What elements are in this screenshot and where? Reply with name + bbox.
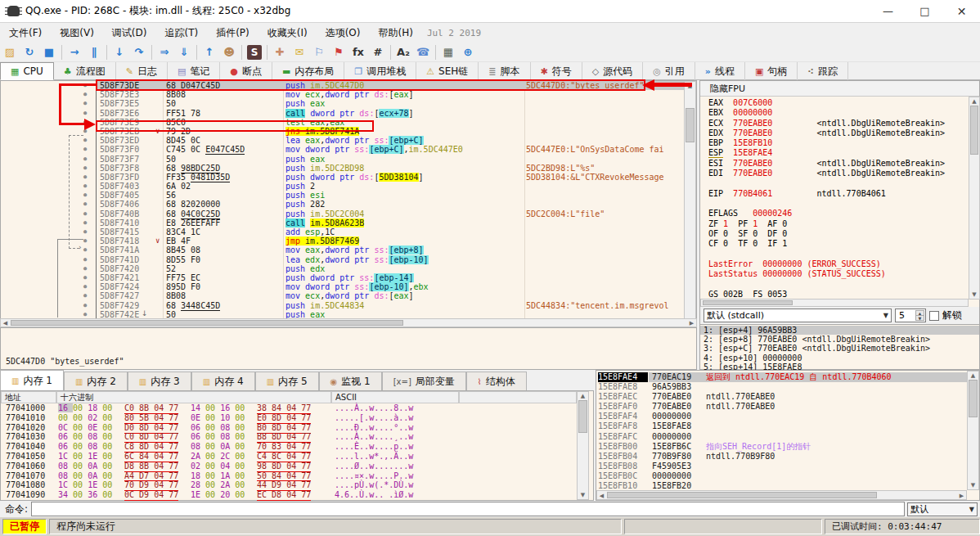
disasm-row[interactable]: ●5D8F73E985C0test eax,eax [1,118,685,127]
tab-CPU[interactable]: ▦CPU [0,62,54,80]
dump-row[interactable]: 7704109034 00 36 000C D9 04 771E 00 20 0… [1,490,577,500]
register-line[interactable]: EAX 007C6000 [708,98,969,108]
dump-row[interactable]: 7704106008 00 0A 00D8 8B 04 7702 00 04 0… [1,462,577,471]
disasm-row[interactable]: ●5D8F73DE68 D047C45Dpush im.5DC447D05DC4… [1,81,685,90]
register-line[interactable]: ECX 770EABE0 <ntdll.DbgUiRemoteBreakin> [708,119,969,128]
register-line[interactable]: CF 0 TF 0 IF 1 [708,239,969,249]
disassembly-pane[interactable]: ●5D8F73DE68 D047C45Dpush im.5DC447D05DC4… [0,80,697,327]
disasm-row[interactable]: ●5D8F73E38B08mov ecx,dword ptr ds:[eax] [1,90,685,99]
spin-down-icon[interactable]: ▼ [915,315,924,321]
menu-item-选项(O)[interactable]: 选项(O) [317,23,370,43]
disasm-row[interactable]: ●5D8F741D8D55 F0lea edx,dword ptr ss:[eb… [1,255,685,264]
register-line[interactable] [708,199,969,209]
dump-row[interactable]: 7704107008 00 0A 00A4 D7 04 7718 00 1A 0… [1,471,577,481]
dump-row[interactable]: 770410200C 00 0E 00D0 8D 04 7706 00 08 0… [1,423,577,433]
disasm-row[interactable]: ●5D8F742968 3448C45Dpush im.5DC448345DC4… [1,301,685,310]
tab-线程[interactable]: »线程 [695,62,745,80]
disasm-row[interactable]: ●5D8F73F750push eax [1,155,685,164]
disasm-row[interactable]: ●5D8F741A8B45 08mov eax,dword ptr ss:[eb… [1,245,685,254]
scylla-icon[interactable]: S [247,45,262,60]
dump-tab-内存 3[interactable]: ▥内存 3 [128,372,191,390]
step-over-icon[interactable]: ↷ [129,43,149,61]
tab-断点[interactable]: ●断点 [220,62,272,80]
trace-over-icon[interactable]: ⇓ [174,43,194,61]
disasm-row[interactable]: ●5D8F73EB∨79 2Djns im.5D8F741A [1,127,685,136]
stack-row[interactable]: 15E8FAE4770EAC19返回到 ntdll.770EAC19 自 ntd… [596,372,968,382]
unlock-checkbox[interactable] [929,311,939,321]
register-line[interactable]: LastStatus 00000000 (STATUS_SUCCESS) [708,269,969,279]
hide-fpu-button[interactable]: 隐藏FPU [700,81,979,97]
close-button[interactable]: ✕ [943,0,980,23]
argument-row[interactable]: 4: [esp+10] 00000000 [700,354,979,363]
stack-row[interactable]: 15E8FAF815E8FAE8 [596,421,968,431]
menu-item-调试(D)[interactable]: 调试(D) [103,23,156,43]
menu-item-收藏夹(I)[interactable]: 收藏夹(I) [258,23,317,43]
minimize-button[interactable]: — [870,0,906,23]
ascii-table-icon[interactable]: A₂ [393,43,413,61]
disasm-row[interactable]: ●5D8F73F0C745 0C E047C45Dmov dword ptr s… [1,145,685,154]
tab-笔记[interactable]: ▤笔记 [168,62,220,80]
open-file-icon[interactable]: ▨ [0,43,20,61]
stack-row[interactable]: 15E8FAF400000000 [596,412,968,421]
disasm-row[interactable]: ●5D8F73E550push eax [1,99,685,108]
tab-调用堆栈[interactable]: ❐调用堆栈 [344,62,416,80]
disasm-row[interactable]: ●5D8F740556push esi [1,191,685,200]
dump-tab-局部变量[interactable]: [x=]局部变量 [382,372,466,390]
stack-pane[interactable]: 15E8FAE4770EAC19返回到 ntdll.770EAC19 自 ntd… [596,370,980,501]
disasm-row[interactable]: ●5D8F7424895D F0mov dword ptr ss:[ebp-10… [1,282,685,291]
register-line[interactable]: ESP 15E8FAE4 [708,148,969,158]
disasm-row[interactable]: ●5D8F740B68 04C0C25Dpush im.5DC2C0045DC2… [1,209,685,218]
dump-tab-结构体[interactable]: ⌇结构体 [466,372,527,390]
run-to-user-code-icon[interactable]: ☻ [219,43,239,61]
comments-icon[interactable]: ✉ [290,43,309,61]
menu-item-视图(V)[interactable]: 视图(V) [51,23,103,43]
stack-row[interactable]: 15E8FAEC770EABE0ntdll.770EABE0 [596,392,968,402]
register-line[interactable]: EBP 15E8FB10 [708,138,969,148]
register-line[interactable] [708,178,969,188]
register-line[interactable]: EBX 00000000 [708,108,969,118]
register-line[interactable]: ZF 1 PF 1 AF 0 [708,219,969,229]
dump-vscrollbar[interactable]: ▲ ▼ [577,391,589,500]
execute-till-return-icon[interactable]: ↑ [200,43,219,61]
stop-icon[interactable]: ■ [39,43,59,61]
disassembly-hscrollbar[interactable]: ◀ ▶ [0,318,697,327]
stack-row[interactable]: 15E8FB0015E8FB6C指向SEH_Record[1]的指针 [596,442,968,452]
disasm-row[interactable]: ●5D8F7418∨EB 4Fjmp im.5D8F7469 [1,236,685,245]
tab-符号[interactable]: ✱符号 [531,62,582,80]
memory-dump-pane[interactable]: 地址 十六进制 ASCII 7704100016 00 18 00C0 8B 0… [0,390,594,501]
menu-item-追踪(T)[interactable]: 追踪(T) [155,23,207,43]
dump-tab-监视 1[interactable]: ◉监视 1 [319,372,382,390]
argument-row[interactable]: 3: [esp+C] 770EABE0 <ntdll.DbgUiRemoteBr… [700,344,979,353]
dump-tab-内存 1[interactable]: ▥内存 1 [0,370,64,390]
dump-row[interactable]: 7704104006 00 08 00C8 8D 04 7708 00 0A 0… [1,442,577,452]
stack-row[interactable]: 15E8FAFC00000000 [596,432,968,442]
calling-convention-select[interactable]: 默认 (stdcall) ▼ [704,309,892,322]
run-icon[interactable]: → [65,43,84,61]
tab-脚本[interactable]: ≣脚本 [479,62,530,80]
stack-row[interactable]: 15E8FB08F45905E3 [596,462,968,471]
disasm-row[interactable]: ●5D8F742052push edx [1,264,685,273]
dump-tab-内存 4[interactable]: ▥内存 4 [191,372,255,390]
register-line[interactable]: ESI 770EABE0 <ntdll.DbgUiRemoteBreakin> [708,159,969,169]
dump-tab-内存 5[interactable]: ▥内存 5 [255,372,319,390]
register-line[interactable]: EDX 770EABE0 <ntdll.DbgUiRemoteBreakin> [708,128,969,138]
tab-日志[interactable]: ✎日志 [116,62,168,80]
tab-SEH链[interactable]: ⚠SEH链 [416,62,479,80]
tab-源代码[interactable]: ◇源代码 [582,62,643,80]
tab-句柄[interactable]: ▣句柄 [745,62,798,80]
menu-item-文件(F)[interactable]: 文件(F) [0,23,51,43]
stack-row[interactable]: 15E8FAE896A59BB3 [596,382,968,392]
register-line[interactable] [708,249,969,259]
command-mode-select[interactable]: 默认 ▼ [907,502,978,516]
register-line[interactable]: OF 0 SF 0 DF 0 [708,229,969,239]
step-into-icon[interactable]: ↓ [110,43,129,61]
tab-流程图[interactable]: ♣流程图 [54,62,116,80]
registers-hscrollbar[interactable] [700,299,969,307]
disassembly-vscrollbar[interactable]: ▲ ▼ [684,81,696,327]
stack-row[interactable]: 15E8FB0C00000000 [596,471,968,481]
disasm-row[interactable]: ●5D8F73E6FF51 78call dword ptr ds:[ecx+7… [1,109,685,118]
menu-item-插件(P)[interactable]: 插件(P) [207,23,258,43]
register-line[interactable]: EIP 770B4061 ntdll.770B4061 [708,189,969,199]
disasm-row[interactable]: ●5D8F7421FF75 ECpush dword ptr ss:[ebp-1… [1,273,685,282]
disasm-row[interactable]: ●5D8F73ED8D45 0Clea eax,dword ptr ss:[eb… [1,136,685,145]
